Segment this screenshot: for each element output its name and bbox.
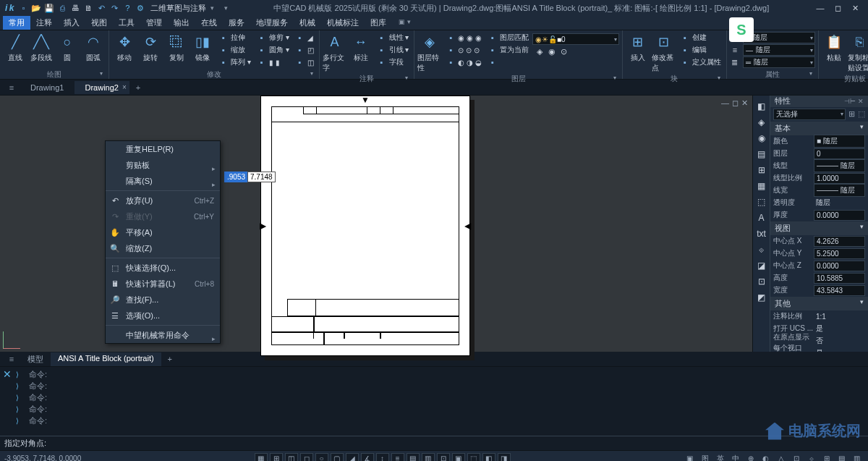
prop-row[interactable]: 线型比例1.0000 bbox=[770, 172, 868, 185]
context-item-14[interactable]: 中望机械常用命令 bbox=[106, 327, 220, 343]
status-toggle-4[interactable]: ○ bbox=[315, 453, 328, 462]
palette-tab-2[interactable]: ◉ bbox=[755, 132, 768, 145]
prop-row[interactable]: 宽度43.5843 bbox=[770, 284, 868, 297]
status-toggle-6[interactable]: ◢ bbox=[346, 453, 359, 462]
palette-tab-4[interactable]: ⊞ bbox=[755, 164, 768, 177]
status-toggle-12[interactable]: ⊡ bbox=[437, 453, 450, 462]
ribbon-small-btn[interactable]: ▪创建 bbox=[678, 32, 723, 43]
status-right-10[interactable]: ▤ bbox=[835, 453, 848, 462]
ribbon-small-btn[interactable]: ▪置为当前 bbox=[485, 44, 531, 56]
command-input[interactable]: 指定对角点: bbox=[0, 436, 868, 450]
prop-combo[interactable]: ═随层 bbox=[743, 56, 815, 68]
context-item-11[interactable]: 🔎查找(F)... bbox=[106, 292, 220, 308]
status-right-9[interactable]: ⊞ bbox=[820, 453, 833, 462]
help-icon[interactable]: ? bbox=[122, 2, 133, 14]
minimize-button[interactable]: — bbox=[814, 3, 826, 13]
menu-2[interactable]: 插入 bbox=[58, 16, 85, 30]
menu-10[interactable]: 机械 bbox=[294, 16, 321, 30]
ribbon-small-btn[interactable]: ▪◫ bbox=[293, 56, 316, 68]
prop-row[interactable]: 线宽——— 随层 bbox=[770, 185, 868, 197]
status-right-7[interactable]: ⊡ bbox=[790, 453, 803, 462]
context-item-7[interactable]: 🔍缩放(Z) bbox=[106, 240, 220, 256]
palette-tab-9[interactable]: ⟐ bbox=[755, 243, 768, 256]
palette-tab-10[interactable]: ◪ bbox=[755, 259, 768, 272]
palette-tab-8[interactable]: txt bbox=[755, 227, 768, 240]
status-toggle-11[interactable]: ▥ bbox=[422, 453, 435, 462]
ribbon-small-btn[interactable]: ▪圆角 ▾ bbox=[255, 44, 292, 56]
ribbon-small-btn[interactable]: ▪字段 bbox=[375, 56, 412, 68]
panel-label[interactable]: 属性▾ bbox=[730, 69, 815, 79]
plot-icon[interactable]: 🖶 bbox=[69, 2, 81, 14]
ribbon-small-btn[interactable]: ▪编辑 bbox=[678, 44, 723, 56]
status-toggle-5[interactable]: ▢ bbox=[331, 453, 344, 462]
prop-row[interactable]: 高度10.5885 bbox=[770, 272, 868, 284]
status-right-4[interactable]: ⊕ bbox=[744, 453, 757, 462]
palette-tab-7[interactable]: A bbox=[755, 211, 768, 224]
status-toggle-16[interactable]: ◨ bbox=[498, 453, 511, 462]
prop-section-header[interactable]: 基本▾ bbox=[770, 122, 868, 135]
ribbon-small-btn[interactable]: ▪⊙ ⊙ ⊙ bbox=[443, 44, 484, 56]
palette-tab-1[interactable]: ◈ bbox=[755, 116, 768, 129]
quick-select-icon[interactable]: ⬚ bbox=[858, 109, 865, 119]
palette-tab-11[interactable]: ⊡ bbox=[755, 275, 768, 288]
prop-row[interactable]: 中心点 Y5.2500 bbox=[770, 248, 868, 260]
ribbon-small-btn[interactable]: ▪图层匹配 bbox=[485, 32, 531, 43]
editbase-button[interactable]: ⊡修改基点 bbox=[652, 32, 676, 73]
status-right-11[interactable]: ▥ bbox=[851, 453, 864, 462]
menu-1[interactable]: 注释 bbox=[30, 16, 58, 30]
status-right-3[interactable]: 中 bbox=[729, 453, 742, 462]
prop-row[interactable]: 厚度0.0000 bbox=[770, 209, 868, 221]
status-right-6[interactable]: △ bbox=[775, 453, 788, 462]
status-toggle-15[interactable]: ◧ bbox=[482, 453, 495, 462]
status-toggle-7[interactable]: ∡ bbox=[361, 453, 374, 462]
status-toggle-10[interactable]: ▤ bbox=[407, 453, 420, 462]
ribbon-small-btn[interactable]: ▪◢ bbox=[293, 32, 316, 43]
ribbon-small-btn[interactable]: ▪ bbox=[485, 56, 531, 68]
workspace-gear-icon[interactable]: ⚙ bbox=[135, 2, 146, 14]
ribbon-small-btn[interactable]: ▪◉ ◉ ◉ bbox=[443, 32, 484, 43]
menu-11[interactable]: 机械标注 bbox=[321, 16, 365, 30]
palette-tab-12[interactable]: ◩ bbox=[755, 291, 768, 304]
context-item-10[interactable]: 🖩快速计算器(L)Ctrl+8 bbox=[106, 276, 220, 292]
panel-label[interactable]: 绘图▾ bbox=[3, 69, 106, 79]
prop-row[interactable]: 透明度随层 bbox=[770, 197, 868, 209]
move-button[interactable]: ✥移动 bbox=[112, 32, 137, 63]
prop-combo[interactable]: —随层 bbox=[743, 44, 815, 56]
status-right-2[interactable]: 英 bbox=[714, 453, 727, 462]
layer-combo[interactable]: ◉ ☀ 🔓 ■ 0 bbox=[532, 33, 619, 45]
menu-8[interactable]: 服务 bbox=[223, 16, 250, 30]
doc-tab-1[interactable]: Drawing2 bbox=[75, 81, 129, 94]
status-toggle-13[interactable]: ▣ bbox=[452, 453, 465, 462]
menu-3[interactable]: 视图 bbox=[85, 16, 113, 30]
panel-label[interactable]: 图层▾ bbox=[417, 73, 619, 83]
maximize-button[interactable]: ◻ bbox=[832, 3, 843, 13]
palette-tab-3[interactable]: ▤ bbox=[755, 148, 768, 161]
layout-tab-0[interactable]: 模型 bbox=[20, 352, 51, 366]
arc-button[interactable]: ◠圆弧 bbox=[81, 32, 106, 63]
menu-0[interactable]: 常用 bbox=[3, 16, 30, 30]
close-button[interactable]: ✕ bbox=[849, 3, 861, 13]
ribbon-small-btn[interactable]: ▪线性 ▾ bbox=[375, 32, 412, 43]
copy-button[interactable]: ⿻复制 bbox=[164, 32, 189, 63]
open-icon[interactable]: 📂 bbox=[30, 2, 42, 14]
layout-menu-icon[interactable]: ≡ bbox=[3, 352, 20, 366]
layout-tab-1[interactable]: ANSI A Title Block (portrait) bbox=[51, 352, 161, 366]
vp-minimize-icon[interactable]: — bbox=[721, 98, 729, 108]
context-item-4[interactable]: ↶放弃(U)Ctrl+Z bbox=[106, 193, 220, 208]
status-toggle-2[interactable]: ◫ bbox=[285, 453, 298, 462]
layerprop-button[interactable]: ◈图层特性 bbox=[417, 32, 442, 73]
prop-row[interactable]: 图层0 bbox=[770, 148, 868, 160]
new-icon[interactable]: ▫ bbox=[17, 2, 29, 14]
rotate-button[interactable]: ⟳旋转 bbox=[138, 32, 163, 63]
doc-tab-0[interactable]: Drawing1 bbox=[20, 81, 75, 94]
prop-row[interactable]: 中心点 Z0.0000 bbox=[770, 260, 868, 272]
vp-close-icon[interactable]: ✕ bbox=[741, 98, 748, 108]
paste-button[interactable]: 📋粘贴 bbox=[822, 32, 846, 63]
menu-6[interactable]: 输出 bbox=[168, 16, 195, 30]
ribbon-small-btn[interactable]: ▪▮ ▮ bbox=[255, 56, 292, 68]
ribbon-small-btn[interactable]: ▪◰ bbox=[293, 44, 316, 56]
dynamic-input-x[interactable]: .9053 bbox=[224, 172, 248, 182]
undo-icon[interactable]: ↶ bbox=[95, 2, 107, 14]
save-icon[interactable]: 💾 bbox=[43, 2, 55, 14]
palette-tab-5[interactable]: ▦ bbox=[755, 179, 768, 193]
